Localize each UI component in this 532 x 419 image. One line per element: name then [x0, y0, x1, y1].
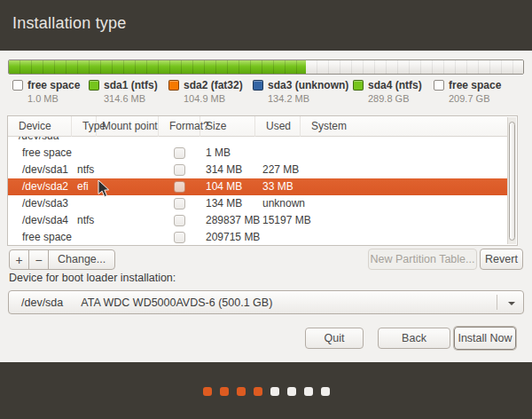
table-row-sda2-selected[interactable]: /dev/sda2 efi 104 MB 33 MB — [8, 178, 507, 195]
free-space-swatch — [12, 80, 23, 91]
legend-item-sda2: sda2 (fat32) 104.9 MB — [168, 79, 243, 104]
progress-dot — [287, 387, 296, 396]
column-header-size[interactable]: Size — [200, 116, 255, 137]
legend-item-sda3: sda3 (unknown) 134.2 MB — [253, 79, 348, 104]
bootloader-device-description: ATA WDC WD5000AVDS-6 (500.1 GB) — [81, 296, 272, 309]
column-header-mount-point[interactable]: Mount point — [97, 116, 159, 137]
legend-label: sda2 (fat32) — [184, 79, 243, 91]
revert-button[interactable]: Revert — [480, 249, 523, 270]
partition-overview-bar — [8, 59, 524, 75]
table-row-free-space-1[interactable]: free space 1 MB — [8, 145, 507, 162]
column-header-format[interactable]: Format? — [159, 116, 200, 137]
legend-size: 1.0 MB — [27, 93, 80, 104]
progress-dots — [0, 387, 532, 396]
quit-button[interactable]: Quit — [305, 328, 364, 349]
sda2-color-swatch — [168, 80, 179, 91]
table-row-sda1[interactable]: /dev/sda1 ntfs 314 MB 227 MB — [8, 162, 507, 178]
table-row-sda-parent[interactable]: /dev/sda — [8, 137, 507, 145]
progress-dot — [321, 387, 330, 396]
partition-toolbar: + − Change... — [9, 249, 115, 270]
sda4-color-swatch — [353, 80, 364, 91]
legend-label: sda3 (unknown) — [268, 79, 348, 91]
new-partition-table-button[interactable]: New Partition Table... — [368, 249, 477, 270]
legend-label: free space — [27, 79, 80, 91]
format-checkbox[interactable] — [174, 232, 185, 243]
legend-item-sda1: sda1 (ntfs) 314.6 MB — [89, 79, 158, 104]
page-title: Installation type — [12, 14, 126, 33]
progress-dot — [270, 387, 279, 396]
format-checkbox[interactable] — [174, 147, 185, 159]
table-row-sda4[interactable]: /dev/sda4 ntfs 289837 MB 15197 MB — [8, 212, 507, 229]
column-header-system[interactable]: System — [301, 116, 507, 137]
legend-label: free space — [449, 79, 501, 91]
progress-footer — [0, 362, 532, 419]
chevron-down-icon — [508, 302, 515, 305]
titlebar: Installation type — [0, 0, 532, 51]
mouse-cursor — [98, 180, 110, 198]
format-checkbox[interactable] — [174, 181, 185, 193]
progress-dot — [220, 387, 229, 396]
back-button[interactable]: Back — [378, 328, 450, 349]
legend-size: 134.2 MB — [268, 93, 348, 104]
partition-table: Device Type Mount point Format? Size Use… — [7, 115, 518, 246]
legend-label: sda4 (ntfs) — [368, 79, 422, 91]
partition-bar-free-segment — [306, 60, 523, 74]
legend-size: 314.6 MB — [104, 93, 158, 104]
progress-dot — [254, 387, 262, 396]
install-now-button[interactable]: Install Now — [454, 327, 516, 350]
vertical-scrollbar[interactable] — [507, 117, 516, 244]
legend-size: 104.9 MB — [184, 93, 243, 104]
combo-separator — [497, 295, 497, 310]
bootloader-device-select[interactable]: /dev/sda ATA WDC WD5000AVDS-6 (500.1 GB) — [8, 290, 524, 314]
legend-label: sda1 (ntfs) — [104, 79, 158, 91]
bootloader-label: Device for boot loader installation: — [9, 272, 176, 284]
legend-item-free-space-1: free space 1.0 MB — [12, 79, 80, 104]
sda3-color-swatch — [253, 80, 263, 91]
add-partition-button[interactable]: + — [9, 249, 29, 270]
installer-window: Installation type free space 1.0 MB sda1… — [0, 0, 532, 419]
progress-dot — [237, 387, 246, 396]
table-row-free-space-2[interactable]: free space 209715 MB — [8, 229, 507, 244]
legend-size: 209.7 GB — [449, 93, 501, 104]
column-header-type[interactable]: Type — [72, 116, 97, 137]
partition-bar-used-segment — [9, 60, 306, 74]
progress-dot — [304, 387, 313, 396]
change-partition-button[interactable]: Change... — [48, 249, 115, 270]
format-checkbox[interactable] — [174, 215, 185, 226]
table-row-sda3[interactable]: /dev/sda3 134 MB unknown — [8, 195, 507, 212]
free-space-swatch — [434, 80, 444, 91]
table-header: Device Type Mount point Format? Size Use… — [8, 116, 507, 137]
format-checkbox[interactable] — [174, 164, 185, 176]
bootloader-device: /dev/sda — [21, 296, 63, 309]
column-header-used[interactable]: Used — [255, 116, 301, 137]
legend-item-sda4: sda4 (ntfs) 289.8 GB — [353, 79, 422, 104]
legend-item-free-space-2: free space 209.7 GB — [434, 79, 501, 104]
progress-dot — [203, 387, 212, 396]
legend-size: 289.8 GB — [368, 93, 422, 104]
format-checkbox[interactable] — [174, 198, 185, 210]
column-header-device[interactable]: Device — [8, 116, 72, 137]
table-body: /dev/sda free space 1 MB /dev/sda1 ntfs … — [8, 137, 507, 244]
remove-partition-button[interactable]: − — [28, 249, 49, 270]
scrollbar-thumb[interactable] — [509, 122, 515, 241]
sda1-color-swatch — [89, 80, 99, 91]
